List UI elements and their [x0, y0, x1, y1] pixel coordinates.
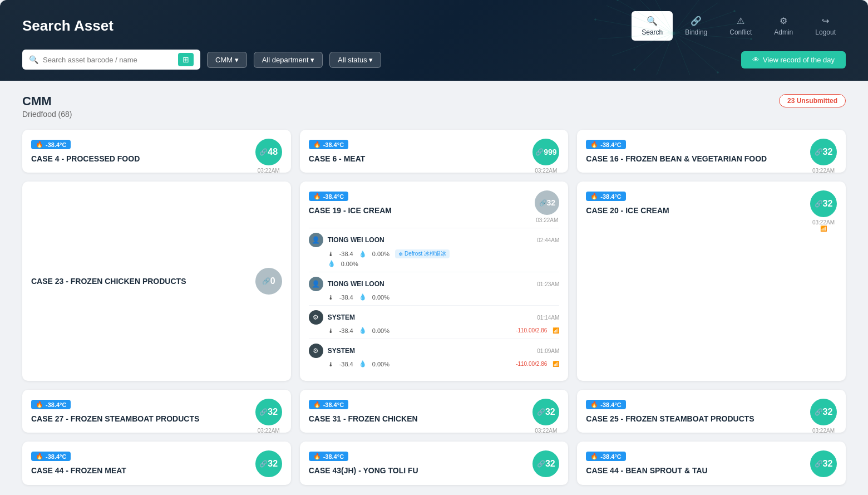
admin-icon: ⚙: [780, 16, 787, 26]
nav-logout[interactable]: ↪ Logout: [805, 11, 846, 41]
card-name: CASE 4 - PROCESSED FOOD: [31, 154, 282, 164]
nav-search[interactable]: 🔍 Search: [632, 11, 673, 41]
section-title: CMM: [22, 94, 72, 109]
card-value-area: 🔗 48 03:22AM 📶: [255, 139, 282, 173]
binding-icon: 🔗: [691, 16, 702, 26]
system-avatar: ⚙: [309, 344, 323, 358]
humidity-icon: 💧: [359, 360, 367, 367]
card-case31[interactable]: 🔥 -38.4°C 🔗 32 03:22AM 📶 CASE 31 - FROZE…: [300, 390, 569, 433]
status-filter[interactable]: All status ▾: [329, 52, 381, 68]
link-icon: 🔗: [815, 148, 823, 156]
link-icon: 🔗: [537, 460, 545, 468]
card-value-area: 🔗 32: [532, 450, 559, 477]
svg-point-18: [617, 0, 619, 1]
link-icon: 🔗: [537, 408, 545, 416]
card-value-area: 🔗 32 03:22AM 📶: [810, 139, 837, 173]
section-header: CMM Driedfood (68) 23 Unsubmitted: [22, 94, 846, 119]
flame-icon: 🔥: [313, 401, 321, 408]
thermometer-icon: 🌡: [328, 361, 334, 367]
value-circle: 🔗 32: [255, 450, 282, 477]
section-info: CMM Driedfood (68): [22, 94, 72, 119]
card-time: 03:22AM: [812, 428, 835, 433]
card-name: CASE 44 - FROZEN MEAT: [31, 465, 282, 476]
activity-name: SYSTEM: [328, 347, 533, 355]
eye-icon: 👁: [752, 56, 760, 64]
snowflake-icon: ❄: [398, 251, 403, 257]
nav-conflict[interactable]: ⚠ Conflict: [719, 11, 762, 41]
header: Search Asset 🔍 Search 🔗 Binding ⚠ Confli…: [0, 0, 868, 81]
card-time: 03:22AM: [535, 428, 557, 433]
link-icon: 🔗: [815, 460, 823, 468]
link-icon: 🔗: [262, 277, 270, 285]
activity-metrics: 🌡 -38.4 💧 0.00% -110.00/2.86 📶: [309, 360, 560, 367]
card-time: 03:22AM: [535, 168, 557, 173]
card-value-area: 🔗 32: [255, 450, 282, 477]
card-case25[interactable]: 🔥 -38.4°C 🔗 32 03:22AM 📶 CASE 25 - FROZE…: [577, 390, 846, 433]
temp-badge: 🔥 -38.4°C: [31, 140, 71, 149]
card-case43[interactable]: 🔥 -38.4°C 🔗 32 CASE 43(JH) - YONG TOLI F…: [300, 442, 569, 484]
card-case23[interactable]: CASE 23 - FROZEN CHICKEN PRODUCTS 🔗 0: [22, 182, 291, 381]
temp-badge: 🔥 -38.4°C: [31, 452, 71, 461]
value-circle: 🔗 32: [532, 399, 559, 425]
link-icon: 🔗: [815, 200, 823, 208]
activity-time: 01:14AM: [537, 315, 559, 321]
header-top: Search Asset 🔍 Search 🔗 Binding ⚠ Confli…: [22, 11, 846, 41]
value-circle: 🔗 32: [535, 190, 559, 215]
nav-binding[interactable]: 🔗 Binding: [675, 11, 717, 41]
link-icon: 🔗: [259, 148, 268, 156]
temp-badge: 🔥 -38.4°C: [586, 192, 625, 201]
flame-icon: 🔥: [36, 453, 43, 460]
user-avatar: 👤: [309, 277, 323, 291]
activity-entry-1: 👤 TIONG WEI LOON 02:44AM 🌡 -38.4 💧 0.00%…: [309, 228, 560, 272]
nav-admin[interactable]: ⚙ Admin: [764, 11, 803, 41]
flame-icon: 🔥: [313, 453, 321, 460]
thermometer-icon: 🌡: [328, 251, 334, 257]
card-case19-expanded[interactable]: 🔥 -38.4°C CASE 19 - ICE CREAM 🔗 32 03:22…: [300, 182, 569, 381]
flame-icon: 🔥: [36, 401, 43, 408]
card-case4[interactable]: 🔥 -38.4°C 🔗 48 03:22AM 📶 CASE 4 - PROCES…: [22, 130, 291, 173]
card-value-area: 🔗 32: [810, 450, 837, 477]
link-icon: 🔗: [259, 408, 268, 416]
logout-icon: ↪: [822, 16, 829, 26]
activity-time: 01:23AM: [537, 281, 559, 287]
activity-name: TIONG WEI LOON: [328, 236, 533, 244]
search-icon: 🔍: [29, 55, 38, 64]
humidity-icon: 💧: [359, 327, 367, 334]
link-icon: 🔗: [539, 199, 547, 207]
humidity-icon: 💧: [359, 251, 367, 258]
card-case16[interactable]: 🔥 -38.4°C 🔗 32 03:22AM 📶 CASE 16 - FROZE…: [577, 130, 846, 173]
temp-badge: 🔥 -38.4°C: [586, 452, 625, 461]
nav-buttons: 🔍 Search 🔗 Binding ⚠ Conflict ⚙ Admin ↪: [632, 11, 846, 41]
card-name: CASE 16 - FROZEN BEAN & VEGETARIAN FOOD: [586, 154, 837, 164]
value-circle: 🔗 32: [810, 190, 837, 217]
card-name: CASE 31 - FROZEN CHICKEN: [309, 414, 560, 424]
flame-icon: 🔥: [590, 453, 598, 460]
activity-entry-2: 👤 TIONG WEI LOON 01:23AM 🌡 -38.4 💧 0.00%: [309, 272, 560, 305]
card-case44-meat[interactable]: 🔥 -38.4°C 🔗 32 CASE 44 - FROZEN MEAT: [22, 442, 291, 484]
section-subtitle: Driedfood (68): [22, 110, 72, 119]
temp-badge: 🔥 -38.4°C: [309, 452, 348, 461]
thermometer-icon: 🌡: [328, 327, 334, 334]
card-case44-bean[interactable]: 🔥 -38.4°C 🔗 32 CASE 44 - BEAN SPROUT & T…: [577, 442, 846, 484]
card-case20[interactable]: 🔥 -38.4°C 🔗 32 03:22AM 📶 CASE 20 - ICE C…: [577, 182, 846, 381]
activity-name: TIONG WEI LOON: [328, 280, 533, 288]
cards-grid: 🔥 -38.4°C 🔗 48 03:22AM 📶 CASE 4 - PROCES…: [22, 130, 846, 485]
card-name: CASE 25 - FROZEN STEAMBOAT PRODUCTS: [586, 414, 837, 424]
barcode-scan-button[interactable]: ⊞: [178, 53, 194, 66]
card-case6[interactable]: 🔥 -38.4°C 🔗 999 03:22AM 📶 CASE 6 - MEAT: [300, 130, 569, 173]
card-name: CASE 20 - ICE CREAM: [586, 205, 837, 215]
system-avatar: ⚙: [309, 310, 323, 325]
activity-change: -110.00/2.86: [516, 327, 547, 334]
search-input[interactable]: [43, 56, 174, 64]
signal-icon-small: 📶: [553, 361, 559, 367]
view-record-button[interactable]: 👁 View record of the day: [741, 51, 846, 68]
link-icon: 🔗: [535, 148, 544, 156]
humidity-icon: 💧: [359, 293, 367, 301]
cmm-filter[interactable]: CMM ▾: [207, 52, 247, 68]
activity-metrics: 🌡 -38.4 💧 0.00%: [309, 293, 560, 301]
card-case27[interactable]: 🔥 -38.4°C 🔗 32 03:22AM 📶 CASE 27 - FROZE…: [22, 390, 291, 433]
department-filter[interactable]: All department ▾: [254, 52, 323, 68]
card-name: CASE 44 - BEAN SPROUT & TAU: [586, 465, 837, 476]
value-circle: 🔗 32: [810, 450, 837, 477]
flame-icon: 🔥: [590, 401, 598, 408]
